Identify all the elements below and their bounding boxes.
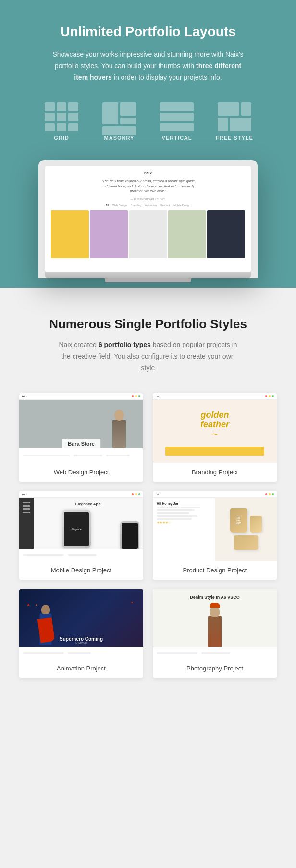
portfolio-card-branding[interactable]: naix golden feather 〜 Branding Project xyxy=(153,393,277,482)
nav-mobile[interactable]: Mobile Design xyxy=(173,204,190,207)
denim-body xyxy=(208,616,222,647)
section-subtitle-text1: Naix created xyxy=(59,341,98,348)
animation-particles-right: ▲ xyxy=(131,596,134,605)
layout-option-grid[interactable]: GRID xyxy=(40,102,83,141)
elegance-title: Elegance App xyxy=(37,502,139,506)
dot-yellow xyxy=(269,395,271,397)
masonry-cell xyxy=(120,102,136,116)
dot-green xyxy=(272,395,274,397)
masonry-cell xyxy=(120,118,136,124)
layout-option-freestyle[interactable]: FREE STYLE xyxy=(213,102,256,141)
card-label-web: Web Design Project xyxy=(19,463,143,482)
denim-person-figure xyxy=(200,601,229,647)
meta-line xyxy=(157,652,197,654)
mobile-mockup-main: Elegance xyxy=(62,510,91,548)
golden-swoosh: 〜 xyxy=(200,431,229,439)
hero-section: Unlimited Portfolio Layouts Showcase you… xyxy=(0,0,296,288)
meta-line xyxy=(23,554,64,556)
photography-inner: Denim Style In A6 VSCO xyxy=(153,589,277,659)
card-label-mobile: Mobile Design Project xyxy=(19,561,143,580)
portfolio-card-product[interactable]: naix Hi! Honey Jar ★★ xyxy=(153,491,277,580)
portfolio-thumb-3 xyxy=(129,210,167,258)
person-head xyxy=(114,410,124,421)
vertical-cell xyxy=(160,113,194,121)
masonry-label: MASONRY xyxy=(98,135,141,141)
card-thumb-photography: naix Denim Style In A6 VSCO xyxy=(153,589,277,659)
laptop-screen: naix "The Naix team refined our brand, c… xyxy=(45,166,251,272)
mobile-mockups: Elegance xyxy=(37,508,139,550)
particle-3: ▲ xyxy=(131,601,134,604)
sidebar-dot xyxy=(23,508,30,510)
hero-head xyxy=(41,605,50,614)
nav-branding[interactable]: Branding xyxy=(131,204,141,207)
bara-person-figure xyxy=(103,400,135,448)
meta-line xyxy=(74,455,103,456)
masonry-cell xyxy=(102,102,118,124)
golden-feather-bar xyxy=(165,447,264,456)
bara-store-label: Bara Store xyxy=(62,439,100,448)
hero-title: Unlimited Portfolio Layouts xyxy=(29,24,267,39)
layout-option-masonry[interactable]: MASONRY xyxy=(98,102,141,141)
screen-nav: All Web Design Branding Animation Produc… xyxy=(51,204,245,207)
meta-line xyxy=(201,652,231,654)
product-desc-line3 xyxy=(157,512,189,514)
card-thumb-branding: naix golden feather 〜 xyxy=(153,393,277,463)
grid-cell xyxy=(68,102,78,111)
portfolio-card-mobile[interactable]: naix Elegance App xyxy=(19,491,143,580)
card-label-branding: Branding Project xyxy=(153,463,277,482)
nav-product[interactable]: Product xyxy=(160,204,170,207)
honey-jars: HRHONEY xyxy=(230,508,262,533)
product-stars: ★★★★☆ xyxy=(157,521,211,525)
grid-label: GRID xyxy=(40,135,83,141)
meta-line xyxy=(68,652,91,654)
mockup-screen: Elegance xyxy=(64,512,89,546)
screen-portfolio xyxy=(51,210,245,258)
grid-icon xyxy=(45,102,78,131)
portfolio-thumb-4 xyxy=(168,210,206,258)
layout-options: GRID MASONRY VERTICAL xyxy=(29,102,267,141)
freestyle-cell xyxy=(241,102,251,116)
denim-head xyxy=(210,606,220,617)
product-desc-line1 xyxy=(157,507,200,508)
layout-option-vertical[interactable]: VERTICAL xyxy=(155,102,198,141)
jar-label: HRHONEY xyxy=(236,516,241,525)
superhero-subtitle: IN MOVIE xyxy=(60,642,103,645)
portfolio-thumb-2 xyxy=(90,210,128,258)
portfolio-card-animation[interactable]: naix ▲ ▲ ▲ xyxy=(19,589,143,678)
grid-cell xyxy=(45,113,55,121)
laptop-base xyxy=(45,272,251,278)
section-subtitle: Naix created 6 portfolio types based on … xyxy=(57,339,239,373)
portfolio-card-photography[interactable]: naix Denim Style In A6 VSCO xyxy=(153,589,277,678)
nav-all[interactable]: All xyxy=(106,204,109,207)
naix-dots-branding xyxy=(265,395,274,397)
sidebar-dot xyxy=(23,502,30,503)
vertical-cell xyxy=(160,123,194,131)
naix-logo-branding: naix xyxy=(156,395,160,397)
product-desc-line5 xyxy=(157,518,192,520)
product-desc-line2 xyxy=(157,509,195,511)
grid-cell xyxy=(45,102,55,111)
person-body xyxy=(112,420,126,448)
nav-animation[interactable]: Animation xyxy=(145,204,157,207)
portfolio-thumb-5 xyxy=(207,210,245,258)
superhero-label: Superhero Coming IN MOVIE xyxy=(60,636,103,645)
photography-meta xyxy=(153,647,277,659)
bottom-padding xyxy=(0,687,296,697)
laptop-wrapper: naix "The Naix team refined our brand, c… xyxy=(38,160,258,288)
denim-title: Denim Style In A6 VSCO xyxy=(153,595,277,600)
animation-inner: ▲ ▲ ▲ Superhero Coming IN xyxy=(19,589,143,659)
card-thumb-animation: naix ▲ ▲ ▲ xyxy=(19,589,143,659)
vertical-label: VERTICAL xyxy=(155,135,198,141)
portfolio-card-web[interactable]: naix Bara Store xyxy=(19,393,143,482)
meta-line xyxy=(23,652,64,654)
freestyle-cell xyxy=(218,118,228,131)
grid-cell xyxy=(57,123,67,131)
grid-cell xyxy=(68,123,78,131)
mobile-mockup-secondary xyxy=(120,521,139,550)
portfolio-section: Numerous Single Portfolio Styles Naix cr… xyxy=(0,288,296,687)
nav-web[interactable]: Web Design xyxy=(112,204,127,207)
section-subtitle-bold: 6 portfolio types xyxy=(99,341,151,348)
card-meta-bar xyxy=(19,448,143,463)
superhero-figure xyxy=(29,599,62,645)
vertical-cell xyxy=(160,102,194,111)
